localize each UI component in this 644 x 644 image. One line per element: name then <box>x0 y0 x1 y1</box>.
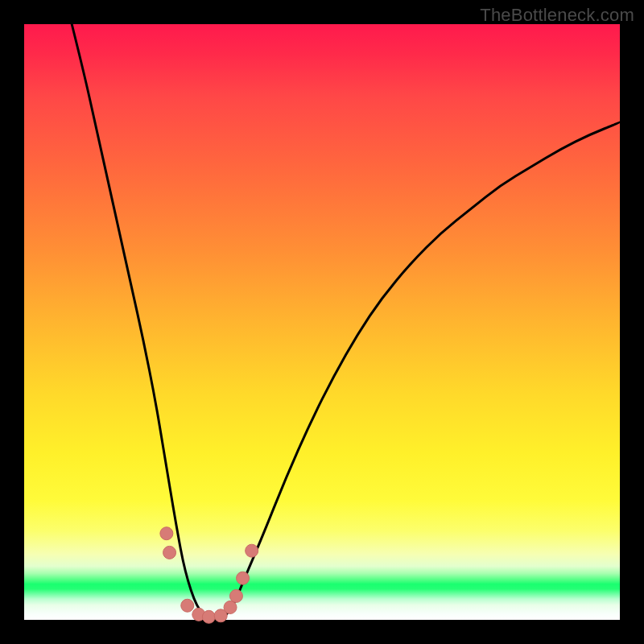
data-marker <box>160 527 173 540</box>
data-marker <box>237 572 250 584</box>
data-markers <box>160 527 258 624</box>
chart-svg <box>24 24 620 620</box>
watermark-text: TheBottleneck.com <box>480 5 634 26</box>
data-marker <box>224 601 237 613</box>
plot-area <box>24 24 620 620</box>
chart-frame: TheBottleneck.com <box>0 0 644 644</box>
bottleneck-curve <box>72 24 620 620</box>
data-marker <box>246 544 258 557</box>
data-marker <box>202 610 215 623</box>
data-marker <box>163 546 176 559</box>
data-marker <box>229 589 242 602</box>
data-marker <box>181 599 194 612</box>
